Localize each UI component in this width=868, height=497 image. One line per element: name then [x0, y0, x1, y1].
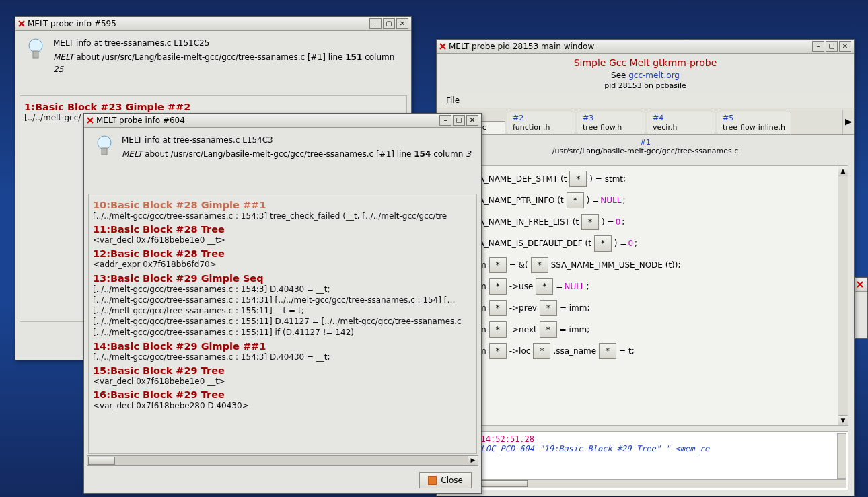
close-button[interactable]: ✕	[466, 115, 478, 126]
scrollbar-thumb[interactable]	[88, 457, 115, 465]
app-header: Simple Gcc Melt gtkmm-probe See gcc-melt…	[437, 54, 854, 93]
code-line: * SSA_NAME_IN_FREE_LIST (t * ) = 0 ;	[447, 213, 844, 231]
code-line: * SSA_NAME_DEF_STMT (t * ) = stmt;	[447, 170, 844, 188]
lightbulb-icon	[94, 135, 115, 161]
block-detail: <var_decl 0x7f618bebe1e0 __t>	[93, 235, 472, 245]
maximize-button[interactable]: ▢	[383, 18, 395, 29]
window-title: MELT probe pid 28153 main window	[449, 42, 812, 51]
close-button[interactable]: ✕	[839, 41, 851, 52]
info-header-text: MELT info at tree-ssanames.c L154C3 MELT…	[122, 135, 471, 161]
log-command: ADDINFOLOC_PCD 604 "19:Basic Block #29 T…	[447, 444, 709, 453]
code-line: * imm * ->next * = imm;	[447, 321, 844, 338]
scroll-down-icon[interactable]: ▼	[838, 415, 848, 425]
block-detail: [../../melt-gcc/gcc/tree-ssanames.c : 15…	[93, 295, 472, 305]
block-detail: [../../melt-gcc/gcc/tree-ssanames.c : 15…	[93, 327, 472, 338]
marker-button[interactable]: *	[581, 214, 599, 230]
close-x-icon	[439, 43, 446, 50]
marker-button[interactable]: *	[489, 343, 507, 359]
marker-button[interactable]: *	[533, 343, 550, 359]
block-heading: 14:Basic Block #29 Gimple ##1	[93, 341, 472, 352]
marker-button[interactable]: *	[567, 192, 584, 208]
log-horizontal-scrollbar[interactable]	[444, 479, 846, 488]
block-heading: 16:Basic Block #29 Tree	[93, 389, 472, 400]
file-tab[interactable]: #2function.h	[507, 112, 575, 134]
block-detail: <var_decl 0x7f618bebe1e0 __t>	[93, 376, 472, 387]
gcc-melt-link[interactable]: gcc-melt.org	[628, 71, 680, 80]
app-subtitle: See gcc-melt.org	[437, 70, 854, 81]
vertical-scrollbar[interactable]: ▲ ▼	[838, 166, 848, 425]
marker-button[interactable]: *	[599, 343, 616, 359]
block-heading: 12:Basic Block #28 Tree	[93, 248, 472, 259]
block-detail: [../../melt-gcc/gcc/tree-ssanames.c : 15…	[93, 211, 472, 221]
minimize-button[interactable]: –	[439, 115, 451, 126]
block-heading: 15:Basic Block #29 Tree	[93, 365, 472, 376]
marker-button[interactable]: *	[489, 300, 507, 316]
maximize-button[interactable]: ▢	[453, 115, 465, 126]
block-detail: [../../melt-gcc/gcc/tree-ssanames.c : 15…	[93, 352, 472, 362]
block-detail: <addr_expr 0x7f618bb6fd70>	[93, 259, 472, 270]
file-tab[interactable]: #4vecir.h	[647, 112, 715, 134]
block-detail: [../../melt-gcc/gcc/tree-ssanames.c : 15…	[93, 284, 472, 295]
close-icon	[428, 476, 437, 485]
file-tab[interactable]: #3tree-flow.h	[577, 112, 645, 134]
minimize-button[interactable]: –	[369, 18, 382, 29]
minimize-button[interactable]: –	[812, 41, 824, 52]
offscreen-window	[855, 277, 868, 339]
code-line: * imm * = &( * SSA_NAME_IMM_USE_NODE (t)…	[447, 256, 844, 274]
marker-button[interactable]: *	[531, 257, 548, 273]
log-vertical-scrollbar[interactable]	[837, 433, 846, 479]
menu-file[interactable]: File	[441, 94, 465, 106]
tab-scroll-right-icon[interactable]: ▶	[842, 110, 854, 134]
file-tabstrip: ssanames.c#2function.h#3tree-flow.h#4vec…	[437, 108, 854, 135]
file-tab[interactable]: #5tree-flow-inline.h	[717, 112, 791, 134]
code-line: * SSA_NAME_PTR_INFO (t * ) = NULL ;	[447, 192, 844, 209]
marker-button[interactable]: *	[540, 300, 557, 316]
marker-button[interactable]: *	[536, 278, 553, 295]
titlebar[interactable]: MELT probe info #604 – ▢ ✕	[84, 114, 481, 128]
marker-button[interactable]: *	[594, 235, 612, 252]
close-button[interactable]: ✕	[396, 18, 408, 29]
code-line: * imm * ->loc * .ssa_name * = t;	[447, 342, 844, 360]
marker-button[interactable]: *	[489, 321, 507, 338]
app-pid-info: pid 28153 on pcbasile	[437, 81, 854, 91]
lightbulb-icon	[25, 38, 46, 65]
svg-rect-1	[33, 51, 38, 58]
code-line: * SSA_NAME_IS_DEFAULT_DEF (t * ) = 0 ;	[447, 235, 844, 252]
horizontal-scrollbar[interactable]: ▶	[87, 455, 478, 466]
close-x-icon	[857, 281, 863, 288]
menubar: File	[437, 93, 854, 108]
maximize-button[interactable]: ▢	[826, 41, 838, 52]
marker-button[interactable]: *	[489, 278, 507, 295]
code-area: ▲ ▼ * SSA_NAME_DEF_STMT (t * ) = stmt; *…	[442, 165, 848, 426]
scroll-up-icon[interactable]: ▲	[838, 166, 848, 176]
marker-button[interactable]: *	[569, 171, 587, 187]
block-heading-partial: 10:Basic Block #28 Gimple ##1	[93, 200, 472, 211]
window-title: MELT probe info #595	[28, 19, 369, 28]
window-title: MELT probe info #604	[96, 116, 439, 125]
close-dialog-button[interactable]: Close	[419, 472, 472, 488]
code-line: * imm * ->prev * = imm;	[447, 299, 844, 317]
close-x-icon	[87, 117, 94, 124]
scroll-right-icon[interactable]: ▶	[468, 456, 478, 464]
marker-button[interactable]: *	[540, 321, 557, 338]
block-heading: 11:Basic Block #28 Tree	[93, 224, 472, 235]
close-x-icon	[18, 20, 25, 27]
block-heading: 13:Basic Block #29 Gimple Seq	[93, 273, 472, 284]
svg-point-0	[29, 39, 42, 52]
block-heading: 1:Basic Block #23 Gimple ##2	[24, 102, 402, 112]
marker-button[interactable]: *	[489, 257, 507, 273]
titlebar[interactable]: MELT probe info #595 – ▢ ✕	[15, 17, 411, 31]
app-title: Simple Gcc Melt gtkmm-probe	[437, 56, 854, 70]
probe-info-604-window: MELT probe info #604 – ▢ ✕ MELT info at …	[83, 113, 482, 494]
block-detail: <var_decl 0x7f618bebe280 D.40430>	[93, 400, 472, 411]
svg-point-2	[98, 136, 111, 149]
code-line: * imm * ->use * = NULL ;	[447, 278, 844, 295]
close-label: Close	[441, 475, 463, 485]
titlebar[interactable]: MELT probe pid 28153 main window – ▢ ✕	[437, 40, 854, 54]
main-window: MELT probe pid 28153 main window – ▢ ✕ S…	[436, 39, 855, 496]
active-file-caption: #1 /usr/src/Lang/basile-melt-gcc/gcc/tre…	[437, 135, 854, 159]
info-header-text: MELT info at tree-ssanames.c L151C25 MEL…	[53, 38, 402, 75]
svg-rect-3	[102, 148, 107, 155]
block-detail: [../../melt-gcc/gcc/tree-ssanames.c : 15…	[93, 316, 472, 327]
log-area: Aug 03 14:52:51.28 ADDINFOLOC_PCD 604 "1…	[442, 431, 848, 490]
